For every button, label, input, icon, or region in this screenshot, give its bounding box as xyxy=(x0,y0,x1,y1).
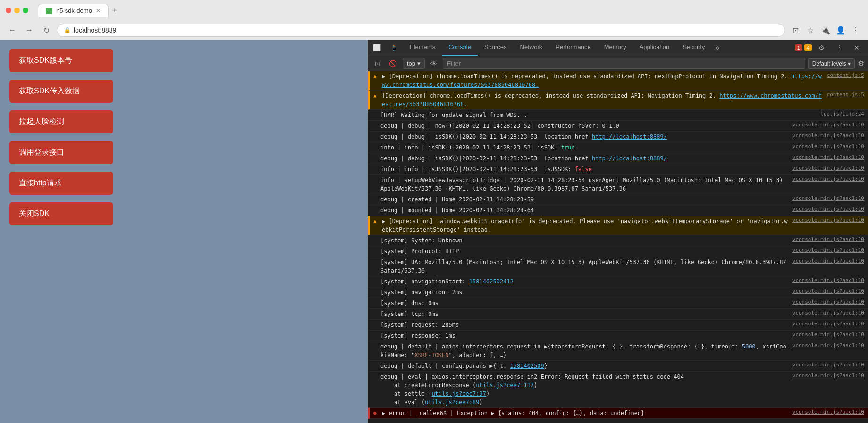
normal-icon xyxy=(372,373,379,373)
config-params-link[interactable]: 1581402509 xyxy=(510,363,544,369)
normal-icon xyxy=(372,299,379,300)
entry-source[interactable]: vconsole.min.js?aac1:10 xyxy=(789,143,864,149)
entry-source[interactable]: vconsole.min.js?aac1:10 xyxy=(789,258,864,264)
console-entry: [system] navigation: 2ms vconsole.min.js… xyxy=(368,287,868,298)
entry-source[interactable]: vconsole.min.js?aac1:10 xyxy=(789,122,864,128)
entry-source[interactable]: vconsole.min.js?aac1:10 xyxy=(789,195,864,201)
entry-source[interactable]: vconsole.min.js?aac1:10 xyxy=(789,342,864,348)
utils-link-2[interactable]: utils.js?cee7:97 xyxy=(431,390,486,397)
entry-text: ▶ [Deprecation] chrome.loadTimes() is de… xyxy=(382,72,823,89)
back-button[interactable]: ← xyxy=(6,24,19,37)
address-input-container[interactable]: 🔒 localhost:8889 xyxy=(57,24,785,37)
entry-source[interactable]: vconsole.min.js?aac1:10 xyxy=(789,362,864,368)
device-toolbar-button[interactable]: 📱 xyxy=(386,40,403,55)
maximize-window-button[interactable] xyxy=(23,8,28,13)
entry-source[interactable]: vconsole.min.js?aac1:10 xyxy=(789,321,864,327)
extensions-button[interactable]: 🔌 xyxy=(819,24,832,37)
entry-source[interactable]: vconsole.min.js?aac1:10 xyxy=(789,176,864,182)
close-window-button[interactable] xyxy=(6,8,11,13)
localhost-link-2[interactable]: http://localhost:8889/ xyxy=(592,155,667,162)
entry-source[interactable]: vconsole.min.js?aac1:10 xyxy=(789,277,864,283)
tab-memory[interactable]: Memory xyxy=(598,40,633,56)
entry-source[interactable]: vconsole.min.js?aac1:10 xyxy=(789,288,864,294)
context-selector[interactable]: top ▾ xyxy=(403,58,425,69)
utils-link-3[interactable]: utils.js?cee7:89 xyxy=(425,399,480,406)
entry-source[interactable]: vconsole.min.js?aac1:10 xyxy=(789,247,864,253)
entry-source[interactable]: vconsole.min.js?aac1:10 xyxy=(789,409,864,415)
preserve-log-button[interactable]: 👁 xyxy=(428,58,440,69)
normal-icon xyxy=(372,258,379,259)
console-entry: [system] tcp: 0ms vconsole.min.js?aac1:1… xyxy=(368,309,868,320)
entry-source[interactable]: content.js:5 xyxy=(823,91,864,98)
get-data-button[interactable]: 获取SDK传入数据 xyxy=(9,80,113,103)
tab-elements[interactable]: Elements xyxy=(403,40,442,56)
default-levels-dropdown[interactable]: Default levels ▾ xyxy=(808,58,855,69)
close-sdk-button[interactable]: 关闭SDK xyxy=(9,202,113,225)
devtools-close-button[interactable]: ✕ xyxy=(849,40,864,55)
entry-text: info | info | isJSSDK()|2020-02-11 14:28… xyxy=(380,165,789,174)
entry-source[interactable]: vconsole.min.js?aac1:10 xyxy=(789,165,864,171)
bookmark-button[interactable]: ☆ xyxy=(804,24,817,37)
normal-icon xyxy=(372,154,379,155)
minimize-window-button[interactable] xyxy=(14,8,20,13)
deprecation-link[interactable]: https://www.chromestatus.com/features/56… xyxy=(382,73,822,88)
tab-favicon xyxy=(46,8,52,14)
normal-icon xyxy=(372,332,379,332)
filter-input[interactable] xyxy=(443,58,805,69)
face-detect-button[interactable]: 拉起人脸检测 xyxy=(9,110,113,133)
tab-application[interactable]: Application xyxy=(633,40,676,56)
entry-source[interactable]: vconsole.min.js?aac1:10 xyxy=(789,154,864,160)
devtools-toolbar: ⬜ 📱 Elements Console Sources Network Per… xyxy=(368,40,868,56)
entry-source[interactable]: vconsole.min.js?aac1:10 xyxy=(789,310,864,316)
entry-source[interactable]: vconsole.min.js?aac1:10 xyxy=(789,373,864,379)
browser-tab[interactable]: h5-sdk-demo ✕ xyxy=(38,4,109,17)
devtools-more-button[interactable]: ⋮ xyxy=(831,40,847,55)
tab-network[interactable]: Network xyxy=(514,40,549,56)
localhost-link[interactable]: http://localhost:8889/ xyxy=(592,133,667,140)
console-entry: [system] response: 1ms vconsole.min.js?a… xyxy=(368,331,868,341)
tab-console[interactable]: Console xyxy=(442,40,478,56)
nav-start-link[interactable]: 1581402502412 xyxy=(469,278,514,285)
deprecation-link-2[interactable]: https://www.chromestatus.com/features/56… xyxy=(382,92,822,108)
utils-link-1[interactable]: utils.js?cee7:117 xyxy=(476,382,534,389)
entry-text: info | setupWebViewJavascriptBridge | 20… xyxy=(380,176,789,193)
entry-text: [system] dns: 0ms xyxy=(380,299,789,307)
refresh-button[interactable]: ↻ xyxy=(40,24,53,37)
devtools-settings-button[interactable]: ⚙ xyxy=(814,40,829,55)
tab-security[interactable]: Security xyxy=(676,40,711,56)
entry-source[interactable]: vconsole.min.js?aac1:10 xyxy=(789,217,864,223)
devtools-tab-right: 1 4 ⚙ ⋮ ✕ xyxy=(791,40,868,55)
entry-source[interactable]: vconsole.min.js?aac1:10 xyxy=(789,299,864,305)
normal-icon xyxy=(372,321,379,322)
entry-source[interactable]: vconsole.min.js?aac1:10 xyxy=(789,236,864,242)
clear-console-button[interactable]: 🚫 xyxy=(386,58,400,69)
tab-close-button[interactable]: ✕ xyxy=(96,8,101,14)
tab-performance[interactable]: Performance xyxy=(549,40,597,56)
console-options-button[interactable]: ⊡ xyxy=(372,58,383,69)
inspect-element-button[interactable]: ⬜ xyxy=(368,40,386,55)
get-version-button[interactable]: 获取SDK版本号 xyxy=(9,49,113,72)
tab-sources[interactable]: Sources xyxy=(478,40,514,56)
console-entry: ▲ ▶ [Deprecation] 'window.webkitStorageI… xyxy=(368,216,868,235)
entry-source[interactable]: vconsole.min.js?aac1:10 xyxy=(789,332,864,338)
more-tabs-button[interactable]: » xyxy=(711,40,723,56)
profile-button[interactable]: 👤 xyxy=(834,24,847,37)
login-button[interactable]: 调用登录接口 xyxy=(9,141,113,164)
address-text: localhost:8889 xyxy=(74,26,116,34)
menu-button[interactable]: ⋮ xyxy=(849,24,862,37)
entry-source[interactable]: content.js:5 xyxy=(823,72,864,78)
entry-text: debug | mounted | Home 2020-02-11 14:28:… xyxy=(380,206,789,215)
console-entry: [system] request: 285ms vconsole.min.js?… xyxy=(368,320,868,331)
browser-chrome: h5-sdk-demo ✕ + ← → ↻ 🔒 localhost:8889 ⊡… xyxy=(0,0,868,40)
entry-text: debug | debug | isSDK()|2020-02-11 14:28… xyxy=(380,154,789,163)
http-request-button[interactable]: 直接http请求 xyxy=(9,172,113,195)
entry-text: [system] Protocol: HTTP xyxy=(380,247,789,256)
console-output: ▲ ▶ [Deprecation] chrome.loadTimes() is … xyxy=(368,71,868,423)
forward-button[interactable]: → xyxy=(23,24,36,37)
entry-source[interactable]: log.js?1afd:24 xyxy=(817,111,864,117)
new-tab-button[interactable]: + xyxy=(109,6,121,16)
entry-source[interactable]: vconsole.min.js?aac1:10 xyxy=(789,206,864,212)
entry-source[interactable]: vconsole.min.js?aac1:10 xyxy=(789,133,864,139)
cast-button[interactable]: ⊡ xyxy=(789,24,802,37)
console-settings-button[interactable]: ⚙ xyxy=(858,59,864,68)
